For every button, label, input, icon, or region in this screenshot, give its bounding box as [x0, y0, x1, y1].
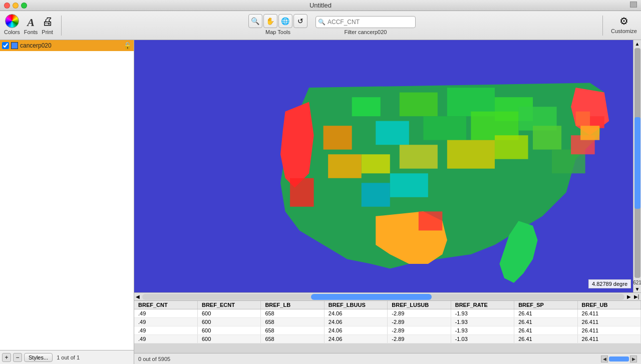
svg-rect-16: [390, 173, 428, 197]
col-bref-ecnt[interactable]: BREF_ECNT: [197, 301, 260, 309]
table-cell: -1.93: [451, 326, 514, 335]
pan-button[interactable]: ✋: [263, 14, 277, 28]
table-cell: -2.89: [388, 309, 451, 318]
hscroll-right-arrow[interactable]: ▶: [625, 293, 632, 300]
col-bref-ub[interactable]: BREF_UB: [577, 301, 640, 309]
table-cell: 658: [261, 326, 324, 335]
table-cell: .49: [134, 335, 197, 343]
bottom-left-bar: + − Styles... 1 out of 1: [0, 350, 134, 364]
table-cell: 658: [261, 318, 324, 326]
svg-rect-15: [419, 211, 443, 230]
window-resize-button[interactable]: [630, 2, 637, 9]
toolbar-separator: [61, 16, 62, 36]
map-svg: [134, 40, 641, 292]
scroll-down-arrow[interactable]: ▼: [634, 285, 641, 292]
col-bref-lbuus[interactable]: BREF_LBUUS: [324, 301, 387, 309]
table-cell: 600: [197, 318, 260, 326]
data-table-container: BREF_CNT BREF_ECNT BREF_LB BREF_LBUUS BR…: [134, 300, 641, 353]
svg-rect-5: [376, 121, 409, 145]
layer-header: cancerp020 🔒: [0, 40, 134, 51]
col-bref-lb[interactable]: BREF_LB: [261, 301, 324, 309]
hscroll-track[interactable]: [142, 294, 624, 300]
table-cell: 26.411: [577, 318, 640, 326]
table-cell: -2.89: [388, 318, 451, 326]
customize-group: ⚙ Customize: [611, 15, 637, 36]
col-bref-rate[interactable]: BREF_RATE: [451, 301, 514, 309]
toolbar-center: 🔍 ✋ 🌐 ↺ Map Tools 🔍 Filter cancerp020: [70, 14, 594, 37]
col-bref-lusub[interactable]: BREF_LUSUB: [388, 301, 451, 309]
colors-tool[interactable]: Colors: [4, 14, 20, 35]
globe-button[interactable]: 🌐: [278, 14, 292, 28]
horizontal-scrollbar: ◀ ▶ ▶|: [134, 292, 641, 300]
svg-rect-11: [447, 140, 495, 169]
filter-group: 🔍 Filter cancerp020: [315, 16, 416, 35]
zoom-value: 621: [633, 280, 641, 285]
svg-rect-18: [495, 135, 528, 159]
vertical-scrollbar[interactable]: ▲ 621 ▼: [633, 40, 641, 292]
table-row[interactable]: .4960065824.06-2.89-1.0326.4126.411: [134, 335, 641, 343]
table-cell: 600: [197, 326, 260, 335]
layer-lock-icon[interactable]: 🔒: [123, 42, 132, 50]
table-cell: -2.89: [388, 326, 451, 335]
table-cell: 26.411: [577, 309, 640, 318]
fonts-label: Fonts: [24, 29, 38, 35]
hscroll-rightmost-arrow[interactable]: ▶|: [633, 293, 640, 300]
maximize-button[interactable]: [21, 3, 27, 9]
table-cell: 26.41: [514, 318, 577, 326]
filter-input[interactable]: [328, 19, 413, 26]
filter-label: Filter cancerp020: [344, 29, 387, 35]
title-bar: Untitled: [0, 0, 641, 11]
hscroll-thumb: [311, 294, 432, 300]
minimize-button[interactable]: [13, 3, 19, 9]
table-cell: 24.06: [324, 309, 387, 318]
table-cell: 24.06: [324, 335, 387, 343]
layer-visibility-checkbox[interactable]: [2, 42, 9, 49]
remove-layer-button[interactable]: −: [13, 353, 22, 362]
status-scroll-left[interactable]: ◀: [601, 355, 608, 362]
close-button[interactable]: [4, 3, 10, 9]
svg-rect-24: [580, 126, 599, 140]
table-cell: 658: [261, 335, 324, 343]
table-header-row: BREF_CNT BREF_ECNT BREF_LB BREF_LBUUS BR…: [134, 301, 641, 309]
customize-icon: ⚙: [619, 15, 628, 27]
table-row[interactable]: .4960065824.06-2.89-1.9326.4126.411: [134, 318, 641, 326]
fonts-icon: A: [27, 17, 35, 28]
scroll-up-arrow[interactable]: ▲: [634, 40, 641, 47]
status-text: 0 out of 5905: [138, 356, 170, 362]
zoom-in-button[interactable]: 🔍: [248, 14, 262, 28]
svg-rect-9: [362, 154, 390, 173]
layer-name: cancerp020: [20, 42, 121, 49]
print-tool[interactable]: 🖨 Print: [42, 15, 53, 35]
colors-icon: [5, 14, 19, 28]
main-content: cancerp020 🔒 + − Styles... 1 out of 1: [0, 40, 641, 364]
hscroll-right-buttons: ▶ ▶|: [625, 293, 641, 300]
svg-rect-19: [533, 126, 561, 150]
toolbar: Colors A Fonts 🖨 Print 🔍 ✋ 🌐 ↺ Map Tools…: [0, 11, 641, 40]
table-cell: -2.89: [388, 335, 451, 343]
status-scroll-thumb: [609, 356, 629, 361]
fonts-tool[interactable]: A Fonts: [24, 17, 38, 35]
table-row[interactable]: .4960065824.06-2.89-1.9326.4126.411: [134, 326, 641, 335]
table-cell: -1.93: [451, 318, 514, 326]
styles-button[interactable]: Styles...: [24, 353, 53, 362]
map-container[interactable]: 4.82789 degre ▲ 621 ▼: [134, 40, 641, 292]
table-cell: .49: [134, 318, 197, 326]
table-row[interactable]: .4960065824.06-2.89-1.9326.4126.411: [134, 309, 641, 318]
filter-search-box[interactable]: 🔍: [315, 16, 416, 28]
table-cell: 600: [197, 309, 260, 318]
toolbar-separator-2: [602, 16, 603, 36]
table-cell: -1.03: [451, 335, 514, 343]
traffic-lights[interactable]: [4, 3, 27, 9]
scroll-thumb-track[interactable]: [634, 48, 640, 278]
left-panel: cancerp020 🔒 + − Styles... 1 out of 1: [0, 40, 134, 364]
col-bref-cnt[interactable]: BREF_CNT: [134, 301, 197, 309]
refresh-button[interactable]: ↺: [293, 14, 307, 28]
status-scroll-right[interactable]: ▶: [630, 355, 637, 362]
colors-label: Colors: [4, 29, 20, 35]
table-scroll[interactable]: BREF_CNT BREF_ECNT BREF_LB BREF_LBUUS BR…: [134, 301, 641, 353]
hscroll-left-arrow[interactable]: ◀: [134, 293, 141, 300]
table-cell: 26.411: [577, 326, 640, 335]
col-bref-sp[interactable]: BREF_SP: [514, 301, 577, 309]
layer-content: [0, 51, 134, 350]
add-layer-button[interactable]: +: [2, 353, 11, 362]
